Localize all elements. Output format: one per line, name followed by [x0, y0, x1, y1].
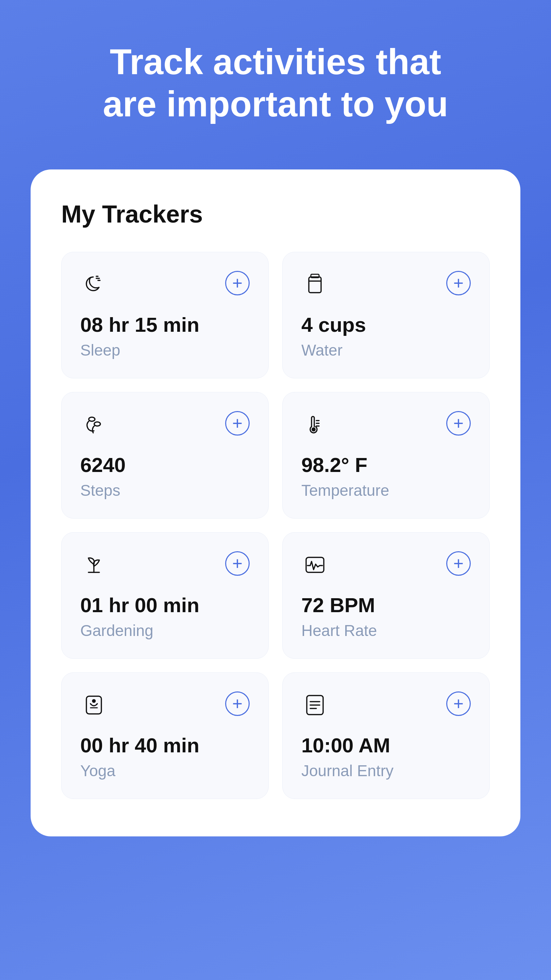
temperature-add-button[interactable] — [446, 411, 471, 436]
steps-icon — [80, 411, 108, 442]
sleep-label: Sleep — [80, 341, 250, 360]
sleep-value: 08 hr 15 min — [80, 314, 250, 336]
yoga-add-button[interactable] — [225, 692, 250, 716]
steps-label: Steps — [80, 481, 250, 500]
heartrate-add-button[interactable] — [446, 551, 471, 576]
yoga-label: Yoga — [80, 762, 250, 780]
tracker-temperature: 98.2° F Temperature — [282, 392, 490, 519]
sleep-add-button[interactable] — [225, 271, 250, 295]
journal-value: 10:00 AM — [301, 734, 471, 757]
water-add-button[interactable] — [446, 271, 471, 295]
water-icon — [301, 271, 329, 301]
heartrate-label: Heart Rate — [301, 621, 471, 640]
tracker-heartrate: 72 BPM Heart Rate — [282, 532, 490, 659]
svg-point-15 — [92, 700, 95, 702]
temperature-icon — [301, 411, 329, 442]
journal-label: Journal Entry — [301, 762, 471, 780]
section-title: My Trackers — [61, 200, 490, 228]
temperature-label: Temperature — [301, 481, 471, 500]
trackers-grid: 08 hr 15 min Sleep 4 cups Water — [61, 252, 490, 799]
steps-add-button[interactable] — [225, 411, 250, 436]
gardening-label: Gardening — [80, 621, 250, 640]
journal-add-button[interactable] — [446, 692, 471, 716]
yoga-icon — [80, 692, 108, 722]
journal-icon — [301, 692, 329, 722]
tracker-water: 4 cups Water — [282, 252, 490, 379]
tracker-steps: 6240 Steps — [61, 392, 269, 519]
heartrate-value: 72 BPM — [301, 594, 471, 617]
steps-value: 6240 — [80, 454, 250, 476]
main-card: My Trackers 08 hr 15 min Sleep — [30, 169, 520, 837]
tracker-gardening: 01 hr 00 min Gardening — [61, 532, 269, 659]
gardening-icon — [80, 551, 108, 582]
svg-point-6 — [89, 417, 95, 421]
headline: Track activities that are important to y… — [103, 41, 448, 125]
headline-line1: Track activities that — [110, 42, 441, 82]
svg-point-8 — [311, 427, 316, 431]
tracker-journal: 10:00 AM Journal Entry — [282, 672, 490, 799]
gardening-add-button[interactable] — [225, 551, 250, 576]
water-value: 4 cups — [301, 314, 471, 336]
svg-rect-5 — [311, 274, 319, 278]
tracker-sleep: 08 hr 15 min Sleep — [61, 252, 269, 379]
heartrate-icon — [301, 551, 329, 582]
svg-rect-14 — [86, 696, 102, 714]
gardening-value: 01 hr 00 min — [80, 594, 250, 617]
tracker-yoga: 00 hr 40 min Yoga — [61, 672, 269, 799]
svg-point-7 — [94, 422, 100, 426]
yoga-value: 00 hr 40 min — [80, 734, 250, 757]
temperature-value: 98.2° F — [301, 454, 471, 476]
water-label: Water — [301, 341, 471, 360]
sleep-icon — [80, 271, 108, 301]
svg-rect-3 — [309, 277, 321, 293]
headline-line2: are important to you — [103, 84, 448, 124]
